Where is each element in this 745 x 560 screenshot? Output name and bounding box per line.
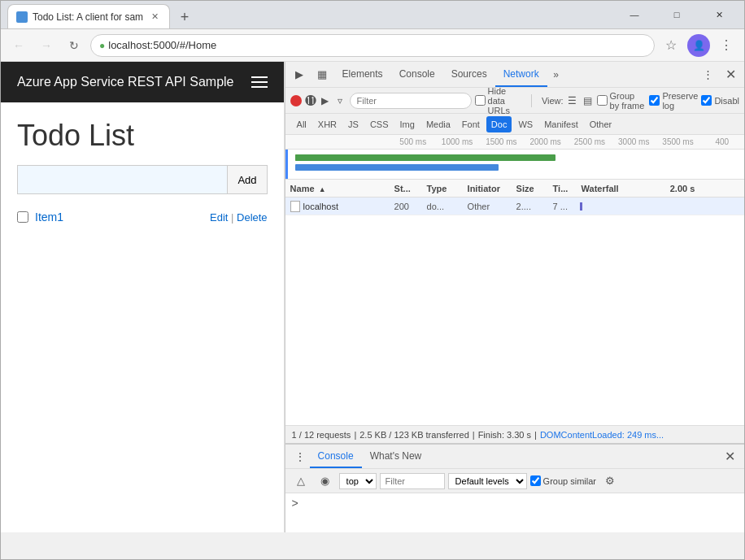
filter-xhr[interactable]: XHR bbox=[313, 116, 342, 132]
tick-500: 500 ms bbox=[391, 137, 435, 146]
row-time: 7 ... bbox=[550, 202, 578, 211]
filter-doc[interactable]: Doc bbox=[486, 116, 512, 132]
status-sep3: | bbox=[534, 430, 537, 440]
hide-data-urls-checkbox[interactable]: Hide data URLs bbox=[475, 86, 525, 115]
col-type[interactable]: Type bbox=[424, 184, 464, 193]
devtools-close-button[interactable]: ✕ bbox=[720, 64, 741, 85]
col-size[interactable]: Size bbox=[513, 184, 550, 193]
console-stop-button[interactable]: ◉ bbox=[315, 471, 336, 492]
filter-button[interactable]: ▿ bbox=[334, 92, 346, 110]
tab-elements[interactable]: Elements bbox=[334, 62, 391, 87]
url-text: localhost:5000/#/Home bbox=[108, 39, 216, 51]
tick-1500: 1500 ms bbox=[479, 137, 523, 146]
camera-button[interactable]: ▶ bbox=[320, 92, 331, 110]
browser-tab[interactable]: Todo List: A client for sam ✕ bbox=[7, 4, 170, 28]
timeline-area: 500 ms 1000 ms 1500 ms 2000 ms 2500 ms 3… bbox=[285, 135, 744, 180]
waterfall-bar bbox=[580, 202, 582, 211]
network-filter-input[interactable] bbox=[350, 93, 472, 109]
dom-content-loaded-link[interactable]: DOMContentLoaded: 249 ms... bbox=[540, 430, 664, 440]
row-size: 2.... bbox=[513, 202, 550, 211]
filter-js[interactable]: JS bbox=[343, 116, 364, 132]
preserve-log-checkbox[interactable]: Preserve log bbox=[649, 91, 698, 111]
title-bar: Todo List: A client for sam ✕ + — □ ✕ bbox=[1, 1, 744, 29]
clear-button[interactable]: ⓫ bbox=[305, 94, 316, 107]
close-button[interactable]: ✕ bbox=[700, 1, 738, 29]
refresh-button[interactable]: ↻ bbox=[63, 34, 85, 57]
view-list-button[interactable]: ☰ bbox=[567, 92, 578, 110]
bookmark-button[interactable]: ☆ bbox=[660, 34, 682, 57]
col-waterfall[interactable]: Waterfall 2.00 s bbox=[578, 184, 744, 193]
devtools-toolbar: ▶ ▦ Elements Console Sources Network » ⋮… bbox=[285, 62, 744, 88]
group-by-frame-label: Group by frame bbox=[610, 91, 647, 111]
transferred-size: 2.5 KB / 123 KB transferred bbox=[359, 430, 469, 440]
filter-all[interactable]: All bbox=[292, 116, 312, 132]
console-level-select[interactable]: Default levels bbox=[448, 473, 527, 489]
console-context-select[interactable]: top bbox=[339, 473, 377, 489]
webpage-content: Todo List Add Item1 Edit | Delete bbox=[1, 102, 284, 532]
group-by-frame-checkbox[interactable]: Group by frame bbox=[597, 91, 647, 111]
todo-checkbox[interactable] bbox=[17, 211, 28, 223]
network-status-bar: 1 / 12 requests | 2.5 KB / 123 KB transf… bbox=[285, 425, 744, 443]
record-button[interactable] bbox=[290, 95, 302, 106]
page-title: Todo List bbox=[17, 119, 268, 153]
filter-ws[interactable]: WS bbox=[513, 116, 538, 132]
inspect-element-button[interactable]: ▶ bbox=[289, 64, 310, 85]
disable-checkbox[interactable]: Disabl bbox=[701, 95, 739, 106]
console-prompt-arrow[interactable]: > bbox=[292, 497, 298, 510]
new-tab-button[interactable]: + bbox=[173, 6, 196, 28]
filter-font[interactable]: Font bbox=[457, 116, 485, 132]
tab-network[interactable]: Network bbox=[495, 62, 547, 87]
profile-button[interactable]: 👤 bbox=[687, 34, 710, 57]
timeline-marker bbox=[285, 150, 288, 180]
console-clear-button[interactable]: △ bbox=[290, 471, 312, 492]
group-similar-checkbox[interactable]: Group similar bbox=[530, 475, 596, 486]
device-toggle-button[interactable]: ▦ bbox=[312, 64, 333, 85]
tick-400: 400 bbox=[700, 137, 744, 146]
window-controls: — □ ✕ bbox=[616, 1, 738, 29]
add-button[interactable]: Add bbox=[227, 165, 267, 194]
tick-1000: 1000 ms bbox=[435, 137, 479, 146]
console-settings-button[interactable]: ⚙ bbox=[599, 471, 621, 492]
tick-3500: 3500 ms bbox=[656, 137, 699, 146]
address-bar[interactable]: ● localhost:5000/#/Home bbox=[90, 34, 655, 57]
tick-2500: 2500 ms bbox=[568, 137, 612, 146]
console-filter-input[interactable] bbox=[380, 473, 445, 489]
minimize-button[interactable]: — bbox=[616, 1, 653, 29]
edit-link[interactable]: Edit bbox=[210, 211, 228, 224]
filter-manifest[interactable]: Manifest bbox=[539, 116, 583, 132]
filter-img[interactable]: Img bbox=[395, 116, 420, 132]
console-close-button[interactable]: ✕ bbox=[720, 447, 739, 467]
filter-other[interactable]: Other bbox=[585, 116, 617, 132]
tab-whats-new[interactable]: What's New bbox=[362, 445, 430, 468]
tab-title: Todo List: A client for sam bbox=[33, 11, 143, 23]
disable-label: Disabl bbox=[714, 96, 739, 106]
back-button: ← bbox=[7, 34, 30, 57]
menu-button[interactable]: ⋮ bbox=[715, 34, 738, 57]
col-initiator[interactable]: Initiator bbox=[464, 184, 513, 193]
main-area: Azure App Service REST API Sample Todo L… bbox=[1, 62, 744, 532]
console-area: ⋮ Console What's New ✕ △ ◉ top Default l… bbox=[285, 443, 744, 532]
timeline-bar-blue bbox=[295, 164, 499, 171]
view-waterfall-button[interactable]: ▤ bbox=[582, 92, 593, 110]
tab-sources[interactable]: Sources bbox=[443, 62, 495, 87]
filter-css[interactable]: CSS bbox=[365, 116, 394, 132]
more-tabs-button[interactable]: » bbox=[547, 66, 565, 84]
requests-count: 1 / 12 requests bbox=[292, 430, 351, 440]
col-name[interactable]: Name ▲ bbox=[285, 184, 391, 193]
devtools-settings-button[interactable]: ⋮ bbox=[697, 64, 718, 85]
table-row[interactable]: localhost 200 do... Other 2.... 7 ... bbox=[285, 198, 744, 215]
hamburger-menu[interactable] bbox=[251, 76, 268, 88]
tab-console-main[interactable]: Console bbox=[310, 445, 362, 468]
timeline-bars bbox=[285, 150, 744, 180]
tab-close-button[interactable]: ✕ bbox=[148, 11, 161, 24]
todo-input[interactable] bbox=[17, 165, 227, 194]
address-bar-row: ← → ↻ ● localhost:5000/#/Home ☆ 👤 ⋮ bbox=[1, 29, 744, 62]
tab-console[interactable]: Console bbox=[391, 62, 443, 87]
col-time[interactable]: Ti... bbox=[550, 184, 578, 193]
filter-media[interactable]: Media bbox=[421, 116, 455, 132]
col-status[interactable]: St... bbox=[391, 184, 424, 193]
console-more-button[interactable]: ⋮ bbox=[290, 447, 310, 467]
maximize-button[interactable]: □ bbox=[658, 1, 695, 29]
delete-link[interactable]: Delete bbox=[237, 211, 268, 224]
hide-data-urls-label: Hide data URLs bbox=[488, 86, 525, 115]
